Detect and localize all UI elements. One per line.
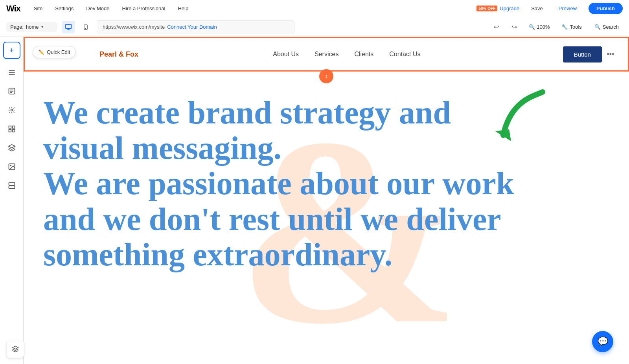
header-more-button[interactable]: •••: [605, 49, 616, 60]
svg-point-12: [11, 109, 13, 111]
main-layout: + Header: [0, 37, 629, 364]
add-elements-button[interactable]: +: [3, 42, 20, 59]
quick-edit-label: Quick Edit: [47, 49, 70, 55]
sale-badge: 50% OFF: [476, 6, 497, 11]
mobile-device-button[interactable]: [79, 21, 92, 33]
header-cta-button[interactable]: Button: [563, 46, 602, 63]
pencil-icon: ✏️: [39, 50, 44, 55]
quick-edit-button[interactable]: ✏️ Quick Edit: [33, 46, 76, 58]
url-bar: https://www.wix.com/mysite Connect Your …: [97, 20, 294, 33]
publish-button[interactable]: Publish: [589, 3, 623, 14]
sidebar-icon-sections[interactable]: [3, 177, 20, 194]
page-name: home: [26, 24, 39, 30]
hero-text[interactable]: We create brand strategy and visual mess…: [43, 95, 515, 272]
svg-rect-16: [12, 130, 15, 132]
sidebar-icon-apps[interactable]: [3, 120, 20, 138]
tools-button[interactable]: 🔧 Tools: [557, 22, 585, 32]
zoom-icon: 🔍: [529, 24, 535, 30]
search-icon: 🔍: [594, 24, 601, 30]
top-bar: Wix Site Settings Dev Mode Hire a Profes…: [0, 0, 629, 17]
preview-button[interactable]: Preview: [555, 4, 581, 13]
svg-rect-20: [9, 186, 15, 189]
page-selector[interactable]: Page: home ▾: [6, 22, 57, 32]
sidebar-icon-plugins[interactable]: [3, 139, 20, 156]
dev-mode-menu[interactable]: Dev Mode: [84, 4, 112, 13]
resize-handle[interactable]: ↕: [319, 69, 333, 83]
nav-about[interactable]: About Us: [273, 51, 299, 58]
save-button[interactable]: Save: [527, 4, 547, 13]
search-button[interactable]: 🔍 Search: [590, 22, 623, 32]
chat-button[interactable]: 💬: [592, 331, 613, 352]
svg-point-18: [10, 165, 11, 166]
url-text: https://www.wix.com/mysite: [103, 24, 165, 30]
site-logo[interactable]: Pearl & Fox: [99, 50, 138, 59]
chevron-down-icon: ▾: [41, 25, 43, 29]
svg-marker-21: [13, 346, 18, 349]
undo-button[interactable]: ↩: [489, 20, 503, 34]
sidebar-icon-media[interactable]: [3, 158, 20, 175]
page-label: Page:: [10, 24, 24, 30]
site-header[interactable]: Header ✏️ Quick Edit Pearl & Fox About U…: [24, 37, 629, 72]
sidebar-icon-blog[interactable]: [3, 83, 20, 100]
upgrade-button[interactable]: Upgrade: [500, 6, 519, 11]
site-menu[interactable]: Site: [31, 4, 45, 13]
sidebar-icon-design[interactable]: [3, 101, 20, 119]
svg-rect-19: [9, 183, 15, 186]
settings-menu[interactable]: Settings: [53, 4, 76, 13]
tools-icon: 🔧: [561, 24, 568, 30]
zoom-control[interactable]: 🔍 100%: [526, 22, 553, 32]
nav-clients[interactable]: Clients: [354, 51, 373, 58]
upgrade-section: 50% OFF Upgrade: [476, 6, 519, 11]
address-bar: Page: home ▾ https://www.wix.com/mysite …: [0, 17, 629, 37]
svg-rect-0: [66, 24, 72, 29]
wix-logo: Wix: [6, 4, 20, 14]
left-sidebar: +: [0, 37, 24, 364]
zoom-value: 100%: [537, 24, 550, 30]
canvas-area: Header ✏️ Quick Edit Pearl & Fox About U…: [24, 37, 629, 364]
desktop-device-button[interactable]: [62, 21, 75, 33]
svg-rect-13: [9, 126, 11, 129]
sidebar-icon-pages[interactable]: [3, 64, 20, 81]
layers-button[interactable]: [7, 340, 24, 358]
nav-contact[interactable]: Contact Us: [389, 51, 420, 58]
help-menu[interactable]: Help: [175, 4, 191, 13]
search-label: Search: [603, 24, 619, 30]
nav-services[interactable]: Services: [314, 51, 338, 58]
svg-rect-15: [9, 130, 11, 132]
connect-domain-link[interactable]: Connect Your Domain: [167, 24, 217, 30]
tools-label: Tools: [570, 24, 581, 30]
svg-rect-14: [12, 126, 15, 129]
site-navigation: About Us Services Clients Contact Us: [138, 51, 555, 58]
hire-professional-menu[interactable]: Hire a Professional: [120, 4, 168, 13]
hero-section: & We create brand strategy and visual me…: [24, 72, 629, 364]
redo-button[interactable]: ↪: [508, 20, 521, 34]
